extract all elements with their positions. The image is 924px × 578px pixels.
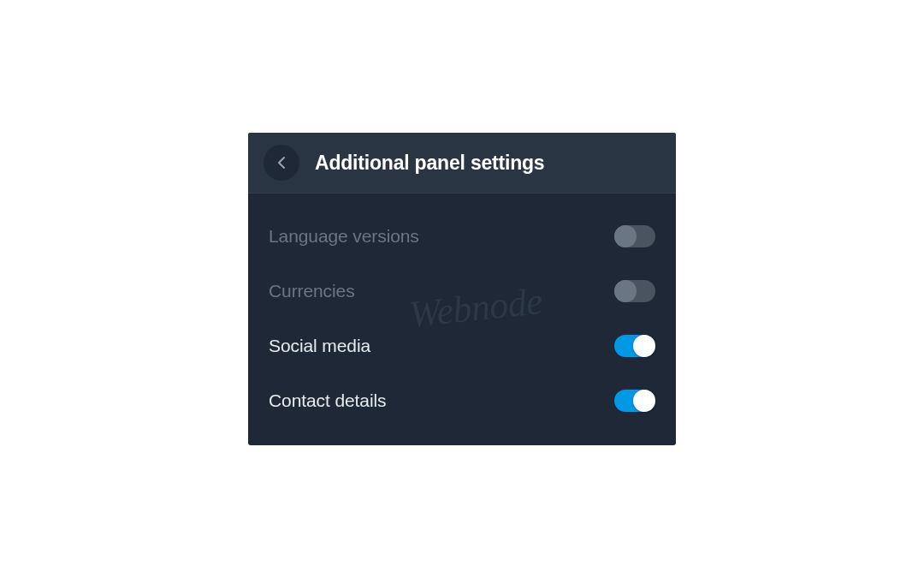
setting-label: Social media: [269, 336, 370, 356]
panel-header: Additional panel settings: [248, 133, 676, 194]
setting-row-currencies: Currencies: [248, 264, 676, 319]
panel-title: Additional panel settings: [315, 152, 544, 175]
panel-body: Webnode Language versions Currencies Soc…: [248, 194, 676, 445]
toggle-contact-details[interactable]: [614, 390, 655, 412]
toggle-language-versions[interactable]: [614, 225, 655, 247]
setting-label: Contact details: [269, 390, 386, 411]
back-button[interactable]: [264, 145, 299, 181]
toggle-currencies[interactable]: [614, 280, 655, 302]
toggle-knob: [614, 225, 637, 247]
settings-panel: Additional panel settings Webnode Langua…: [248, 133, 676, 445]
setting-label: Language versions: [269, 226, 419, 247]
toggle-knob: [614, 280, 637, 302]
toggle-knob: [633, 390, 655, 412]
setting-label: Currencies: [269, 281, 355, 301]
toggle-social-media[interactable]: [614, 335, 655, 357]
setting-row-contact-details: Contact details: [248, 373, 676, 428]
setting-row-language-versions: Language versions: [248, 209, 676, 264]
chevron-left-icon: [277, 156, 286, 170]
toggle-knob: [633, 335, 655, 357]
setting-row-social-media: Social media: [248, 319, 676, 373]
